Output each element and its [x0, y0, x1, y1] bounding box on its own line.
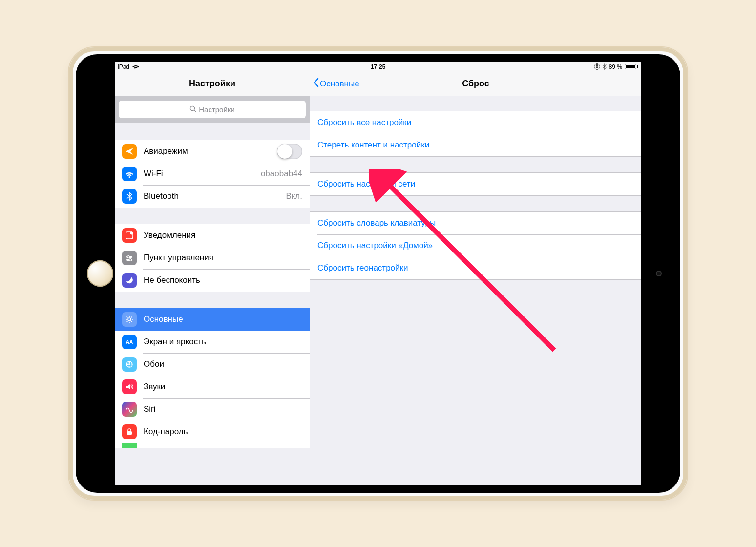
back-button[interactable]: Основные	[313, 72, 359, 96]
ipad-frame: iPad 17:25 89 %	[68, 46, 688, 501]
bluetooth-icon	[603, 63, 607, 70]
sidebar-item-label: Wi-Fi	[144, 169, 254, 179]
sidebar-title: Настройки	[189, 79, 235, 89]
search-icon	[189, 105, 196, 114]
general-icon	[122, 312, 137, 327]
detail-scroll[interactable]: Сбросить все настройки Стереть контент и…	[310, 96, 641, 485]
dnd-icon	[122, 273, 137, 288]
notifications-icon	[122, 228, 137, 243]
battery-icon	[625, 64, 638, 69]
sidebar-item-label: Пункт управления	[144, 253, 302, 263]
airplane-icon	[122, 144, 137, 159]
sidebar-item-next[interactable]	[115, 443, 310, 448]
search-input[interactable]: Настройки	[119, 101, 306, 118]
wifi-value: obaobab44	[261, 169, 302, 179]
sidebar-item-wallpaper[interactable]: Обои	[115, 353, 310, 376]
sounds-icon	[122, 379, 137, 394]
sidebar-item-label: Bluetooth	[144, 191, 279, 201]
sidebar-item-dnd[interactable]: Не беспокоить	[115, 269, 310, 292]
sidebar-item-sounds[interactable]: Звуки	[115, 376, 310, 398]
svg-point-9	[128, 318, 131, 321]
sidebar-item-label: Авиарежим	[144, 147, 270, 156]
chevron-left-icon	[313, 78, 319, 90]
home-button[interactable]	[87, 260, 113, 287]
sidebar-item-label: Siri	[144, 404, 302, 414]
search-placeholder: Настройки	[199, 105, 235, 114]
reset-home-layout[interactable]: Сбросить настройки «Домой»	[310, 234, 641, 257]
status-time: 17:25	[371, 63, 386, 70]
passcode-icon	[122, 424, 137, 439]
reset-keyboard-dictionary[interactable]: Сбросить словарь клавиатуры	[310, 212, 641, 234]
reset-location-privacy[interactable]: Сбросить геонастройки	[310, 257, 641, 279]
svg-point-12	[128, 363, 130, 365]
svg-point-16	[131, 364, 132, 365]
row-label: Сбросить словарь клавиатуры	[317, 218, 634, 228]
sidebar-item-display[interactable]: AA Экран и яркость	[115, 331, 310, 353]
siri-icon	[122, 402, 137, 417]
svg-point-13	[129, 361, 130, 362]
search-container: Настройки	[115, 96, 310, 123]
unknown-icon	[122, 443, 137, 448]
svg-point-14	[129, 366, 130, 367]
reset-all-settings[interactable]: Сбросить все настройки	[310, 111, 641, 134]
sidebar-item-notifications[interactable]: Уведомления	[115, 224, 310, 247]
sidebar-item-bluetooth[interactable]: Bluetooth Вкл.	[115, 185, 310, 208]
sidebar-item-airplane[interactable]: Авиарежим	[115, 140, 310, 163]
sidebar-scroll[interactable]: Авиарежим Wi-Fi obaobab44	[115, 123, 310, 485]
svg-text:AA: AA	[126, 339, 133, 345]
sidebar-item-control-center[interactable]: Пункт управления	[115, 247, 310, 269]
sidebar-item-label: Основные	[144, 315, 302, 324]
row-label: Сбросить настройки сети	[317, 179, 634, 189]
svg-point-1	[190, 106, 195, 110]
svg-point-15	[126, 364, 127, 365]
status-bar: iPad 17:25 89 %	[115, 62, 641, 72]
sidebar-item-label: Обои	[144, 359, 302, 369]
sidebar-navbar: Настройки	[115, 72, 310, 96]
sidebar-item-label: Код-пароль	[144, 427, 302, 437]
svg-point-6	[127, 256, 130, 258]
detail-panel: Основные Сброс Сбросить все настройки Ст…	[310, 72, 641, 485]
front-camera	[656, 271, 662, 276]
sidebar-item-label: Звуки	[144, 382, 302, 392]
sidebar-item-siri[interactable]: Siri	[115, 398, 310, 421]
row-label: Сбросить все настройки	[317, 118, 634, 127]
detail-title: Сброс	[462, 79, 489, 89]
bluetooth-value: Вкл.	[286, 191, 302, 201]
display-icon: AA	[122, 335, 137, 349]
svg-point-4	[130, 232, 133, 235]
sidebar-item-label: Экран и яркость	[144, 337, 302, 347]
svg-point-8	[129, 259, 132, 261]
svg-rect-17	[127, 431, 132, 435]
svg-line-2	[194, 110, 196, 112]
airplane-toggle[interactable]	[277, 144, 302, 159]
device-label: iPad	[118, 63, 129, 70]
row-label: Сбросить геонастройки	[317, 263, 634, 273]
battery-text: 89 %	[609, 63, 622, 70]
bluetooth-settings-icon	[122, 189, 137, 204]
back-label: Основные	[320, 79, 359, 89]
wifi-icon	[132, 64, 139, 69]
orientation-lock-icon	[594, 63, 600, 70]
sidebar-item-label: Уведомления	[144, 231, 302, 240]
row-label: Стереть контент и настройки	[317, 140, 634, 150]
detail-navbar: Основные Сброс	[310, 72, 641, 96]
sidebar-item-passcode[interactable]: Код-пароль	[115, 421, 310, 443]
sidebar-item-general[interactable]: Основные	[115, 308, 310, 331]
sidebar-item-label: Не беспокоить	[144, 275, 302, 285]
screen: iPad 17:25 89 %	[115, 62, 641, 485]
wallpaper-icon	[122, 357, 137, 372]
erase-all-content[interactable]: Стереть контент и настройки	[310, 134, 641, 156]
settings-sidebar: Настройки Настройки	[115, 72, 310, 485]
wifi-settings-icon	[122, 167, 137, 181]
sidebar-item-wifi[interactable]: Wi-Fi obaobab44	[115, 163, 310, 185]
control-center-icon	[122, 251, 137, 265]
reset-network-settings[interactable]: Сбросить настройки сети	[310, 173, 641, 195]
ipad-bezel: iPad 17:25 89 %	[76, 54, 680, 493]
row-label: Сбросить настройки «Домой»	[317, 241, 634, 251]
